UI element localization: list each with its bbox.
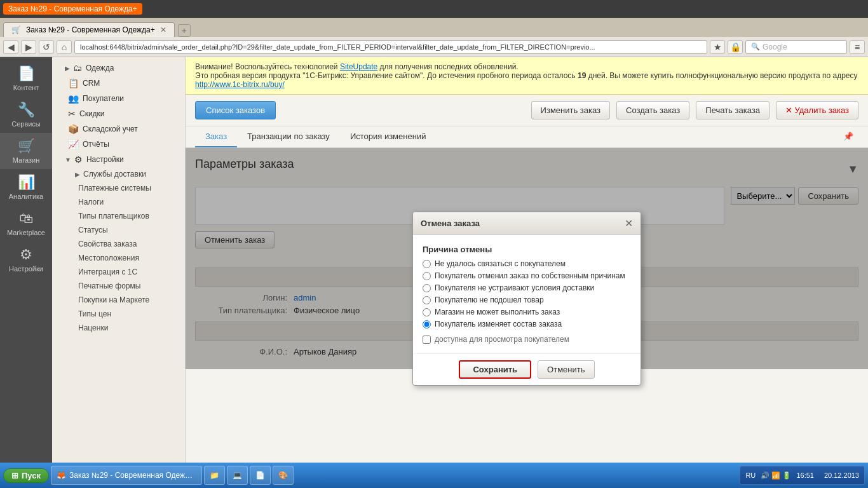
search-bar[interactable]: 🔍 Google (745, 40, 847, 54)
print-order-btn[interactable]: Печать заказа (696, 101, 770, 119)
toolbar: Список заказов Изменить заказ Создать за… (186, 95, 868, 126)
nav-item-order-props[interactable]: Свойства заказа (52, 237, 185, 251)
sidebar-label-shop: Магазин (13, 156, 39, 164)
nav-item-locations[interactable]: Местоположения (52, 251, 185, 265)
home-btn[interactable]: ⌂ (57, 40, 72, 54)
edit-order-btn[interactable]: Изменить заказ (531, 101, 610, 119)
checkbox-label[interactable]: доступна для просмотра покупателем (423, 335, 631, 344)
order-section: Параметры заказа ▼ Отменить заказ Выбери… (186, 148, 868, 369)
taskbar-app2[interactable]: 💻 (227, 466, 248, 485)
nav-item-payer-types[interactable]: Типы плательщиков (52, 209, 185, 223)
reason-radio-0[interactable]: Не удалось связаться с покупателем (423, 259, 631, 268)
sidebar-item-marketplace[interactable]: 🛍 Marketplace (0, 205, 52, 241)
reason-radio-5[interactable]: Покупатель изменяет состав заказа (423, 320, 631, 329)
settings-icon: ⚙ (20, 247, 32, 263)
sidebar-item-services[interactable]: 🔧 Сервисы (0, 97, 52, 133)
nav-item-markup[interactable]: Наценки (52, 321, 185, 335)
nav-bar: ◀ ▶ ↺ ⌂ localhost:6448/bitrix/admin/sale… (0, 37, 868, 57)
modal-footer: Сохранить Отменить (413, 353, 641, 385)
taskbar-firefox[interactable]: 🦊 Заказ №29 - Современная Одежда+ (51, 466, 202, 485)
nav-item-price-types[interactable]: Типы цен (52, 307, 185, 321)
new-tab-btn[interactable]: + (178, 24, 191, 37)
nav-item-clothes[interactable]: ▶ 🗂 Одежда (52, 60, 185, 76)
nav-item-delivery[interactable]: ▶ Службы доставки (52, 167, 185, 181)
star-btn[interactable]: ★ (710, 40, 725, 54)
start-btn[interactable]: ⊞ Пуск (3, 468, 49, 483)
sidebar-item-settings[interactable]: ⚙ Настройки (0, 241, 52, 278)
nav-label-print-forms: Печатные формы (78, 281, 140, 290)
ssl-btn[interactable]: 🔒 (728, 40, 743, 54)
firefox-taskbar-icon: 🦊 (57, 471, 66, 480)
nav-label-locations: Местоположения (78, 254, 139, 262)
nav-item-reports[interactable]: 📈 Отчёты (52, 137, 185, 152)
pin-icon[interactable]: 📌 (838, 126, 858, 147)
nav-item-warehouse[interactable]: 📦 Складской учет (52, 121, 185, 137)
taskbar: ⊞ Пуск 🦊 Заказ №29 - Современная Одежда+… (0, 463, 868, 488)
nav-item-1c[interactable]: Интеграция с 1С (52, 265, 185, 279)
app3-icon: 📄 (255, 471, 265, 480)
modal-close-btn[interactable]: ✕ (625, 217, 633, 229)
cancel-order-modal: Отмена заказа ✕ Причина отмены Не удалос… (412, 212, 641, 386)
tab-transactions[interactable]: Транзакции по заказу (237, 126, 340, 147)
tray-icons: 🔊 📶 🔋 (761, 471, 791, 480)
delete-order-btn[interactable]: ✕ Удалить заказ (776, 101, 858, 119)
tab-order[interactable]: Заказ (195, 126, 237, 147)
nav-item-discounts[interactable]: ✂ Скидки (52, 106, 185, 121)
reason-radio-3[interactable]: Покупателю не подошел товар (423, 295, 631, 304)
sidebar-label-content: Контент (13, 84, 39, 92)
menu-btn[interactable]: ≡ (850, 40, 865, 54)
sidebar-item-shop[interactable]: 🛒 Магазин (0, 133, 52, 169)
sidebar-item-analytics[interactable]: 📊 Аналитика (0, 169, 52, 205)
services-icon: 🔧 (18, 102, 35, 118)
browser-chrome: Заказ №29 - Современная Одежда+ 🛒 Заказ … (0, 0, 868, 57)
nav-label-statuses: Статусы (78, 226, 108, 234)
nav-item-print-forms[interactable]: Печатные формы (52, 279, 185, 293)
delivery-arrow: ▶ (75, 171, 80, 178)
taskbar-app4[interactable]: 🎨 (273, 466, 294, 485)
tab-bar: 🛒 Заказ №29 - Современная Одежда+ ✕ + (0, 18, 868, 37)
content-area: Внимание! Воспользуйтесь технологией Sit… (186, 57, 868, 488)
visible-checkbox[interactable] (423, 336, 431, 344)
nav-item-statuses[interactable]: Статусы (52, 223, 185, 237)
taskbar-explorer[interactable]: 📁 (204, 466, 225, 485)
order-list-btn[interactable]: Список заказов (195, 101, 276, 119)
tabs-bar: Заказ Транзакции по заказу История измен… (186, 126, 868, 148)
address-text: localhost:6448/bitrix/admin/sale_order_d… (80, 43, 595, 51)
nav-item-taxes[interactable]: Налоги (52, 195, 185, 209)
nav-label-customers: Покупатели (83, 94, 124, 103)
browser-logo[interactable]: Заказ №29 - Современная Одежда+ (3, 3, 142, 15)
sidebar-item-content[interactable]: 📄 Контент (0, 60, 52, 97)
reason-radio-1[interactable]: Покупатель отменил заказ по собственным … (423, 271, 631, 280)
sidebar-label-services: Сервисы (11, 120, 41, 128)
tab-close-btn[interactable]: ✕ (160, 25, 166, 34)
nav-item-customers[interactable]: 👥 Покупатели (52, 91, 185, 106)
title-bar: Заказ №29 - Современная Одежда+ (0, 0, 868, 18)
tab-favicon: 🛒 (11, 25, 21, 34)
modal-body: Причина отмены Не удалось связаться с по… (413, 235, 641, 353)
siteupdate-link[interactable]: SiteUpdate (340, 62, 377, 71)
create-order-btn[interactable]: Создать заказ (616, 101, 689, 119)
back-btn[interactable]: ◀ (3, 40, 18, 54)
modal-save-btn[interactable]: Сохранить (459, 360, 531, 379)
nav-label-clothes: Одежда (86, 64, 114, 72)
reload-btn[interactable]: ↺ (39, 40, 54, 54)
reason-radio-2[interactable]: Покупателя не устраивают условия доставк… (423, 283, 631, 292)
modal-cancel-btn[interactable]: Отменить (538, 360, 594, 379)
app2-icon: 💻 (233, 471, 242, 480)
nav-label-delivery: Службы доставки (83, 170, 146, 179)
forward-btn[interactable]: ▶ (21, 40, 36, 54)
checkbox-row: доступна для просмотра покупателем (423, 335, 631, 344)
customers-icon: 👥 (68, 93, 79, 104)
address-bar[interactable]: localhost:6448/bitrix/admin/sale_order_d… (74, 40, 707, 54)
buy-link[interactable]: http://www.1c-bitrix.ru/buy/ (195, 80, 285, 89)
browser-tab[interactable]: 🛒 Заказ №29 - Современная Одежда+ ✕ (3, 22, 175, 37)
nav-item-settings[interactable]: ▼ ⚙ Настройки (52, 152, 185, 167)
reason-label: Причина отмены (423, 245, 631, 254)
taskbar-app3[interactable]: 📄 (250, 466, 271, 485)
reason-radio-4[interactable]: Магазин не может выполнить заказ (423, 308, 631, 316)
nav-label-payer-types: Типы плательщиков (78, 212, 149, 220)
tab-history[interactable]: История изменений (340, 126, 437, 147)
nav-item-payment[interactable]: Платежные системы (52, 181, 185, 195)
nav-item-market-purchases[interactable]: Покупки на Маркете (52, 293, 185, 307)
nav-item-crm[interactable]: 📋 CRM (52, 76, 185, 91)
